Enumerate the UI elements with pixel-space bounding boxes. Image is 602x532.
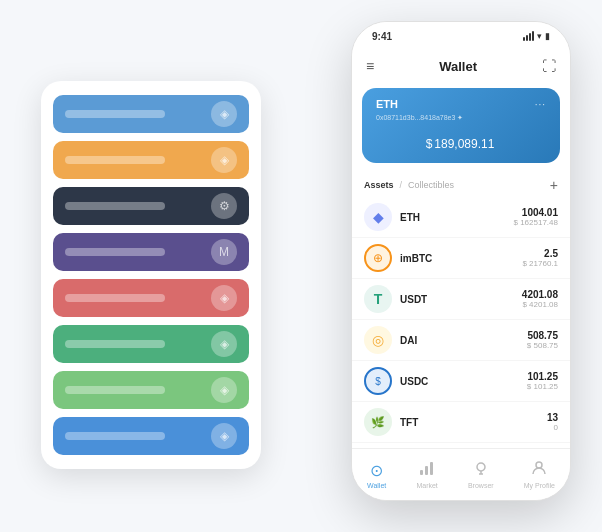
tab-assets[interactable]: Assets bbox=[364, 180, 394, 190]
stack-card-1[interactable]: ◈ bbox=[53, 95, 249, 133]
usdt-values: 4201.08 $ 4201.08 bbox=[522, 289, 558, 309]
status-icons: ▾ ▮ bbox=[523, 31, 550, 41]
asset-item-tft[interactable]: 🌿 TFT 13 0 bbox=[352, 402, 570, 443]
usdc-usd: $ 101.25 bbox=[527, 382, 558, 391]
dai-name: DAI bbox=[400, 335, 527, 346]
status-time: 9:41 bbox=[372, 31, 392, 42]
browser-nav-label: Browser bbox=[468, 482, 494, 489]
market-nav-label: Market bbox=[416, 482, 437, 489]
currency-symbol: $ bbox=[426, 137, 433, 151]
eth-icon: ◆ bbox=[364, 203, 392, 231]
market-nav-icon bbox=[419, 460, 435, 480]
imbtc-usd: $ 21760.1 bbox=[522, 259, 558, 268]
usdc-name: USDC bbox=[400, 376, 527, 387]
eth-amount: 1004.01 bbox=[514, 207, 559, 218]
bottom-nav: ⊙ Wallet Market Browser My Profile bbox=[352, 448, 570, 500]
stack-card-6[interactable]: ◈ bbox=[53, 325, 249, 363]
stack-card-4[interactable]: M bbox=[53, 233, 249, 271]
add-asset-button[interactable]: + bbox=[550, 177, 558, 193]
tft-icon: 🌿 bbox=[364, 408, 392, 436]
eth-usd: $ 162517.48 bbox=[514, 218, 559, 227]
browser-nav-icon bbox=[473, 460, 489, 480]
dai-values: 508.75 $ 508.75 bbox=[527, 330, 558, 350]
stack-card-icon-3: ⚙ bbox=[211, 193, 237, 219]
wifi-icon: ▾ bbox=[537, 31, 542, 41]
svg-rect-2 bbox=[430, 462, 433, 475]
stack-card-3[interactable]: ⚙ bbox=[53, 187, 249, 225]
imbtc-values: 2.5 $ 21760.1 bbox=[522, 248, 558, 268]
wallet-coin-label: ETH bbox=[376, 98, 398, 110]
tab-divider: / bbox=[400, 180, 403, 190]
profile-nav-label: My Profile bbox=[524, 482, 555, 489]
phone: 9:41 ▾ ▮ ≡ Wallet ⛶ ETH ··· bbox=[351, 21, 571, 501]
signal-bars-icon bbox=[523, 31, 534, 41]
eth-name: ETH bbox=[400, 212, 514, 223]
wallet-nav-label: Wallet bbox=[367, 482, 386, 489]
menu-icon[interactable]: ≡ bbox=[366, 58, 374, 74]
bottom-nav-profile[interactable]: My Profile bbox=[524, 460, 555, 489]
asset-item-eth[interactable]: ◆ ETH 1004.01 $ 162517.48 bbox=[352, 197, 570, 238]
wallet-menu-icon[interactable]: ··· bbox=[535, 99, 546, 110]
stack-card-7[interactable]: ◈ bbox=[53, 371, 249, 409]
wallet-address: 0x08711d3b...8418a78e3 ✦ bbox=[376, 114, 546, 122]
assets-tabs: Assets / Collectibles bbox=[364, 180, 454, 190]
usdt-icon: T bbox=[364, 285, 392, 313]
svg-point-3 bbox=[477, 463, 485, 471]
dai-icon: ◎ bbox=[364, 326, 392, 354]
imbtc-icon: ⊕ bbox=[364, 244, 392, 272]
stack-card-label-8 bbox=[65, 432, 165, 440]
bottom-nav-wallet[interactable]: ⊙ Wallet bbox=[367, 461, 386, 489]
wallet-card[interactable]: ETH ··· 0x08711d3b...8418a78e3 ✦ $189,08… bbox=[362, 88, 560, 163]
stack-card-label-7 bbox=[65, 386, 165, 394]
usdc-values: 101.25 $ 101.25 bbox=[527, 371, 558, 391]
usdt-usd: $ 4201.08 bbox=[522, 300, 558, 309]
imbtc-name: imBTC bbox=[400, 253, 522, 264]
stack-card-label-4 bbox=[65, 248, 165, 256]
stack-card-icon-2: ◈ bbox=[211, 147, 237, 173]
tab-collectibles[interactable]: Collectibles bbox=[408, 180, 454, 190]
stack-card-label-5 bbox=[65, 294, 165, 302]
imbtc-amount: 2.5 bbox=[522, 248, 558, 259]
svg-rect-1 bbox=[425, 466, 428, 475]
asset-item-imbtc[interactable]: ⊕ imBTC 2.5 $ 21760.1 bbox=[352, 238, 570, 279]
assets-header: Assets / Collectibles + bbox=[352, 169, 570, 197]
stack-card-label-1 bbox=[65, 110, 165, 118]
bottom-nav-browser[interactable]: Browser bbox=[468, 460, 494, 489]
asset-item-dai[interactable]: ◎ DAI 508.75 $ 508.75 bbox=[352, 320, 570, 361]
tft-values: 13 0 bbox=[547, 412, 558, 432]
eth-values: 1004.01 $ 162517.48 bbox=[514, 207, 559, 227]
dai-amount: 508.75 bbox=[527, 330, 558, 341]
wallet-amount: $189,089.11 bbox=[376, 130, 546, 153]
svg-rect-0 bbox=[420, 470, 423, 475]
stack-card-5[interactable]: ◈ bbox=[53, 279, 249, 317]
tft-usd: 0 bbox=[547, 423, 558, 432]
asset-list: ◆ ETH 1004.01 $ 162517.48 ⊕ imBTC 2.5 $ … bbox=[352, 197, 570, 448]
svg-point-6 bbox=[536, 462, 542, 468]
stack-card-icon-1: ◈ bbox=[211, 101, 237, 127]
wallet-balance: 189,089.11 bbox=[434, 137, 494, 151]
expand-icon[interactable]: ⛶ bbox=[542, 58, 556, 74]
stack-card-8[interactable]: ◈ bbox=[53, 417, 249, 455]
dai-usd: $ 508.75 bbox=[527, 341, 558, 350]
nav-title: Wallet bbox=[439, 59, 477, 74]
bottom-nav-market[interactable]: Market bbox=[416, 460, 437, 489]
stack-card-icon-5: ◈ bbox=[211, 285, 237, 311]
tft-amount: 13 bbox=[547, 412, 558, 423]
stack-card-2[interactable]: ◈ bbox=[53, 141, 249, 179]
battery-icon: ▮ bbox=[545, 31, 550, 41]
status-bar: 9:41 ▾ ▮ bbox=[352, 22, 570, 50]
tft-name: TFT bbox=[400, 417, 547, 428]
stack-card-icon-7: ◈ bbox=[211, 377, 237, 403]
stack-card-label-3 bbox=[65, 202, 165, 210]
stack-card-icon-8: ◈ bbox=[211, 423, 237, 449]
usdc-icon: $ bbox=[364, 367, 392, 395]
profile-nav-icon bbox=[531, 460, 547, 480]
stack-card-icon-6: ◈ bbox=[211, 331, 237, 357]
scene: ◈ ◈ ⚙ M ◈ ◈ ◈ ◈ bbox=[21, 21, 581, 511]
usdt-name: USDT bbox=[400, 294, 522, 305]
stack-card-icon-4: M bbox=[211, 239, 237, 265]
stack-card-label-6 bbox=[65, 340, 165, 348]
asset-item-usdt[interactable]: T USDT 4201.08 $ 4201.08 bbox=[352, 279, 570, 320]
wallet-card-top: ETH ··· bbox=[376, 98, 546, 110]
asset-item-usdc[interactable]: $ USDC 101.25 $ 101.25 bbox=[352, 361, 570, 402]
